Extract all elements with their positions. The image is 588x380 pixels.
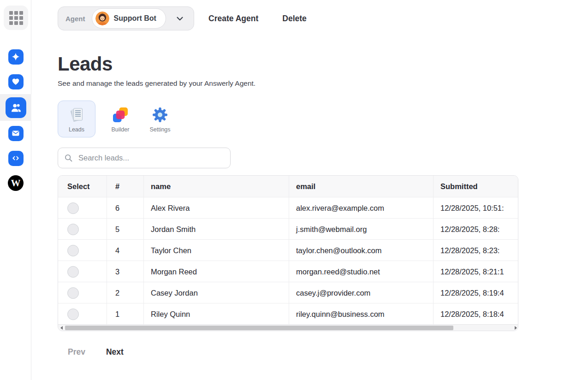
lead-email: casey.j@provider.com [289,282,434,303]
sparkle-icon [8,49,24,65]
search-input[interactable] [78,154,225,162]
table-body: 6 Alex Rivera alex.rivera@example.com 12… [58,197,518,324]
lead-name: Alex Rivera [144,197,289,219]
delete-agent-button[interactable]: Delete [282,14,307,24]
sidebar-item-assistant[interactable] [0,44,31,69]
create-agent-button[interactable]: Create Agent [208,14,258,24]
chevron-down-icon [166,13,194,24]
mail-icon [8,126,24,141]
lead-submitted: 12/28/2025, 8:18:4 [434,303,518,325]
builder-blocks-icon [111,106,130,124]
code-icon [8,151,24,166]
tab-builder-label: Builder [112,126,130,133]
table-row: 3 Morgan Reed morgan.reed@studio.net 12/… [58,261,518,282]
lead-number: 3 [107,261,144,282]
lead-email: taylor.chen@outlook.com [289,240,434,261]
lead-email: j.smith@webmail.org [289,219,434,240]
search-icon [64,153,73,163]
tab-leads[interactable]: Leads [58,101,95,137]
sidebar-nav: W [0,44,31,196]
leads-table: Select # name email Submitted 6 Alex Riv… [58,175,518,331]
lead-submitted: 12/28/2025, 8:19:4 [434,282,518,303]
column-header-submitted: Submitted [434,176,518,197]
lead-submitted: 12/28/2025, 8:28: [434,219,518,240]
agent-name: Support Bot [114,14,156,23]
tabs: Leads Builder [58,101,588,137]
lead-email: alex.rivera@example.com [289,197,434,219]
lead-number: 4 [107,240,144,261]
heart-icon [8,74,24,89]
lead-email: morgan.reed@studio.net [289,261,434,282]
sidebar-item-favorites[interactable] [0,69,31,94]
column-header-number: # [107,176,144,197]
tab-settings-label: Settings [149,126,170,133]
tab-settings[interactable]: Settings [145,101,175,137]
main-content: Agent [31,0,588,357]
row-select-radio[interactable] [67,202,79,214]
agent-avatar [95,12,109,25]
sidebar: W [0,0,31,380]
table-header-row: Select # name email Submitted [58,176,518,197]
lead-name: Morgan Reed [144,261,289,282]
sidebar-item-leads[interactable] [0,94,31,121]
topbar: Agent [58,6,588,30]
sidebar-item-embed[interactable] [0,146,31,171]
page-subtitle: See and manage the leads generated by yo… [58,79,588,88]
sidebar-item-wordpress[interactable]: W [0,171,31,196]
row-select-radio[interactable] [67,309,79,320]
column-header-select: Select [58,176,107,197]
gear-icon [151,106,169,124]
lead-email: riley.quinn@business.com [289,303,434,325]
page-title: Leads [58,53,588,75]
sidebar-item-inbox[interactable] [0,121,31,146]
lead-number: 2 [107,282,144,303]
lead-submitted: 12/28/2025, 8:21:1 [434,261,518,282]
horizontal-scrollbar[interactable] [58,324,518,331]
table-row: 6 Alex Rivera alex.rivera@example.com 12… [58,197,518,218]
pagination: Prev Next [68,347,588,357]
table-row: 1 Riley Quinn riley.quinn@business.com 1… [58,303,518,324]
agent-pill: Support Bot [92,8,166,29]
scroll-right-arrow-icon[interactable] [512,325,518,331]
wordpress-icon: W [8,175,24,191]
apps-grid-icon [9,11,23,25]
apps-menu-button[interactable] [4,6,28,30]
lead-name: Taylor Chen [144,240,289,261]
lead-name: Riley Quinn [144,303,289,325]
lead-number: 6 [107,197,144,219]
table-row: 4 Taylor Chen taylor.chen@outlook.com 12… [58,239,518,261]
lead-number: 1 [107,303,144,325]
lead-name: Jordan Smith [144,219,289,240]
tab-leads-label: Leads [69,126,84,133]
lead-submitted: 12/28/2025, 8:23: [434,240,518,261]
row-select-radio[interactable] [67,266,79,278]
lead-name: Casey Jordan [144,282,289,303]
agent-selector[interactable]: Agent [58,6,194,30]
scrollbar-thumb[interactable] [65,326,453,330]
row-select-radio[interactable] [67,224,79,235]
next-page-button[interactable]: Next [106,347,124,357]
row-select-radio[interactable] [67,245,79,256]
column-header-email: email [289,176,434,197]
column-header-name: name [144,176,289,197]
agent-selector-label: Agent [65,15,85,23]
table-row: 5 Jordan Smith j.smith@webmail.org 12/28… [58,218,518,239]
documents-icon [67,106,86,124]
scroll-left-arrow-icon[interactable] [58,325,65,331]
table-row: 2 Casey Jordan casey.j@provider.com 12/2… [58,282,518,303]
users-icon [6,97,26,118]
search-box [58,148,231,168]
prev-page-button[interactable]: Prev [68,347,85,357]
lead-submitted: 12/28/2025, 10:51: [434,197,518,219]
row-select-radio[interactable] [67,287,79,299]
lead-number: 5 [107,219,144,240]
tab-builder[interactable]: Builder [106,101,135,137]
